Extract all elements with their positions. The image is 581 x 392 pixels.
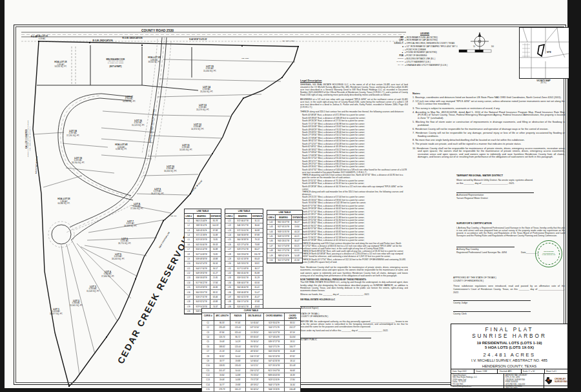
curve-table-row: C918.77'19.88'54°06'04"S47°42'35"W18.14' <box>202 359 300 364</box>
surveyor-license: Registered Professional Land Surveyor No… <box>456 251 515 254</box>
note-item: 1. Bearings, coordinates and distances l… <box>413 96 565 99</box>
map-label: CEDAR CREEK RESERVOIR <box>116 231 194 366</box>
map-label: LOT 17 0.344 AC 14,980 SQ. FT. <box>123 96 136 103</box>
map-label: R.O.W. DEDICATION <box>122 37 142 40</box>
map-label: LOT 11 0.335 AC 14,585 SQ. FT. <box>179 144 192 151</box>
approval-body: These subdivision regulations were intro… <box>453 285 565 294</box>
map-label: LOT 7 0.421 AC 18,328 SQ. FT. <box>124 220 137 227</box>
line-table-row: L29S21°41'18"W83.43' <box>225 257 263 262</box>
line-table-row: L30S45°53'05"W58.81' <box>225 262 263 266</box>
map-label: 5/8" IRF <box>170 215 176 217</box>
line-table-3: LINE TABLE LINE #BEARINGDISTANCE L42N61°… <box>267 210 303 263</box>
line-table-row: L49N88°42'06"E54.48' <box>267 253 302 258</box>
map-label: LOT 14 0.303 AC 13,200 SQ. FT. <box>200 86 213 93</box>
curve-table-row: C11201.47'50.00'230°52'52"N21°19'47"W94.… <box>202 369 300 373</box>
map-label: LOT 2 0.366 AC 15,941 SQ. FT. <box>70 300 83 307</box>
legend-item: ▲ = FOUND MONUMENT (AS NOTED) <box>387 51 463 54</box>
legend-symbol: ▲ <box>387 51 405 54</box>
line-table-row: L42N61°05'47"W36.27' <box>267 220 302 225</box>
line-table-row: L35S64°46'40"W65.41' <box>225 285 263 290</box>
line-table-row: L48N01°17'52"W63.31' <box>267 249 302 253</box>
line-table-row: L44N33°15'35"W44.24' <box>267 230 302 234</box>
legend-definition: = UTILITY EASEMENT (U.E.) <box>405 61 463 63</box>
map-label: R.O.W. DEDICATION <box>92 40 112 43</box>
line-table-row: L2S83°31'02"E104.33' <box>185 223 221 228</box>
map-label: HOA-LOT 4X 0.160 AC 6,988 SQ. FT. <box>115 144 128 150</box>
legend-symbol: CIRF <box>387 39 405 41</box>
legend-definition: = OFFICIAL RECORDS, HENDERSON COUNTY, TE… <box>405 42 463 45</box>
map-label: LOT 10 0.369 AC 16,056 SQ. FT. <box>164 165 177 172</box>
map-label: CALLED 1 1/8 ACRES JOSHUA S. PARKER AND … <box>26 121 32 158</box>
line-table-row: L10S54°42'14"W84.34' <box>185 262 221 266</box>
line-table-row: L26S21°27'54"W73.88' <box>225 243 263 247</box>
line-table-row: L31S17°11'08"W36.57' <box>225 267 263 271</box>
county-state: HENDERSON COUNTY, TEXAS <box>451 364 567 369</box>
notary-date-line: Given under my hand and seal of office t… <box>300 329 408 332</box>
title-block-main: FINAL PLAT SUNRISE HARBOR 19 RESIDENTIAL… <box>451 324 567 369</box>
title-block-info-strip: Date: Sept 2022Drawn: CDMChecked: ARCSca… <box>451 369 567 374</box>
notes-section: Notes: 1. Bearings, coordinates and dist… <box>413 92 565 160</box>
surveyor-contact-block: ANTHONY RAY CROWLEYR.P.L.S. NO. 4494CROW… <box>504 374 544 388</box>
line-table-row: L7S56°01'42"W30.88' <box>185 247 221 252</box>
legend-title: LEGEND <box>387 32 463 35</box>
line-table-row: L32S80°45'40"W85.88' <box>225 271 263 276</box>
signature-line <box>453 298 531 301</box>
legend-symbol: — — — <box>387 61 405 63</box>
curve-table-row: C2235.43'125.00'107°55'50"S44°17'51"E202… <box>202 325 300 330</box>
legend-item: ▪ = POINT FOR CORNER <box>387 48 463 51</box>
line-table-row: L18S03°32'52"W43.88' <box>185 300 221 304</box>
curve-table-row: C186.33'97.46'50°45'44"S23°35'42"E83.55' <box>202 321 300 325</box>
legend-definition: = DRAINAGE AND UTILITY EASEMENT (D.U.E.) <box>405 64 463 67</box>
map-label: LOT 4 0.406 AC 17,684 SQ. FT. <box>101 271 114 278</box>
line-table-row: L8S07°14'49"W74.85' <box>185 252 221 256</box>
line-table-row: L12S49°28'32"W61.27' <box>185 271 221 276</box>
signature-line <box>456 190 534 193</box>
signature-line <box>456 244 515 247</box>
line-table-row: L28S20°23'06"W130.78' <box>225 252 263 256</box>
county-clerk-label: County Clerk <box>453 313 565 316</box>
legal-paragraph: BEGINNING at a 1/2 inch iron rebar with … <box>300 98 408 108</box>
legend-item: IRF = IRON REBAR FOUND (AS NOTED) <box>387 36 463 39</box>
legend-item: ■ = 1/2" IRON REBAR W/ CAP STAMPED "RPLS… <box>387 45 463 48</box>
line-table-title: LINE TABLE <box>185 209 221 214</box>
legend-item: ——— = BUILDING SETBACK LINE (B.L.) <box>387 57 463 60</box>
line-table-row: L50S01°17'54"W41.34' <box>267 258 302 263</box>
legend-item: — · — = DRAINAGE AND UTILITY EASEMENT (D… <box>387 64 463 67</box>
curve-table: CURVE TABLE CURVE #ARC LENGTHRADIUSDELTA… <box>201 308 301 392</box>
legal-description-column: Legal Description WHEREAS, SW REAL ESTAT… <box>300 79 408 382</box>
line-table-2: LINE TABLE LINE #BEARINGDISTANCE L21S72°… <box>225 209 263 320</box>
line-table-row: L27S23°27'01"W84.47' <box>225 247 263 252</box>
map-label: LOT 18 0.397 AC 17,291 SQ. FT. <box>66 130 79 137</box>
line-table-row: L9S39°48'58"W43.88' <box>185 257 221 262</box>
curve-table-row: C15278.79'165.22'96°40'54"N46°19'26"E246… <box>202 387 300 392</box>
line-table-row: L15S23°03'58"W46.86' <box>185 285 221 290</box>
owner-name: SW REAL ESTATE HOLDINGS LLC <box>300 298 408 301</box>
line-table-row: L34S36°44'47"W63.30' <box>225 281 263 285</box>
curve-table-row: C519.08'14.29'76°30'14"S39°37'27"W18.55' <box>202 340 300 344</box>
site-label: SITE <box>547 51 551 54</box>
dedication-paragraph: That SW REAL ESTATE HOLDINGS LLC, acting… <box>300 281 408 291</box>
legend-item: CIRF = IRON REBAR W/ CAP (AS NOTED) <box>387 39 463 41</box>
note-item: 2. 1/2 inch iron rebar with cap stamped … <box>413 100 565 106</box>
map-label: LOT 3 0.356 AC 15,509 SQ. FT. <box>87 285 99 293</box>
map-label: LOT 15 0.345 AC 15,030 SQ. FT. <box>203 65 216 72</box>
line-table-row: L37S61°02'25"W45.47' <box>225 295 263 300</box>
curve-table-row: C10118.85'135.65'50°11'51"S27°26'10"W115… <box>202 364 300 368</box>
curve-table-row: C4126.74'86.72'83°45'03"S27°43'04"E114.8… <box>202 335 300 340</box>
line-table-row: L3S09°45'30"E87.88' <box>185 229 221 233</box>
curve-table-row: C387.86'325.00'15°29'20"S05°10'57"W87.59… <box>202 331 300 335</box>
metes-bounds-course: THENCE departing said 320.5 foot contour… <box>300 174 408 180</box>
map-label: LOT 13 0.305 AC 13,279 SQ. FT. <box>196 104 209 111</box>
line-table-row: L36S58°46'48"W55.47' <box>225 290 263 294</box>
line-table-row: L33S59°53'41"W31.29' <box>225 276 263 280</box>
curve-table-row: C6188.82'125.00'86°32'56"S44°17'51"E166.… <box>202 345 300 349</box>
legend-symbol: — · — <box>387 64 405 67</box>
map-label: P.O.B. <box>31 36 37 38</box>
map-label: LOT 6 0.431 AC 18,770 SQ. FT. <box>118 238 131 245</box>
curve-table-row: C1319.08'14.88'73°27'28"N23°52'05"E17.80… <box>202 378 300 382</box>
legend-item: POB = POINT OF BEGINNING <box>387 54 463 57</box>
curve-table-row: C1416.77'19.88'48°19'52"N44°17'50"E16.34… <box>202 383 300 387</box>
surveyor-certification-title: SURVEYOR'S CERTIFICATION <box>456 222 565 225</box>
line-table-row: L16S60°33'07"W88.31' <box>185 290 221 294</box>
line-table-row: L11S44°17'40"W36.57' <box>185 267 221 271</box>
